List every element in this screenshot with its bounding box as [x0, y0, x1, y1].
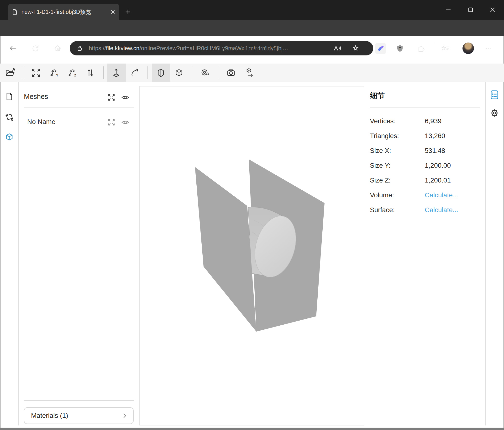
row-label: Volume: — [370, 191, 425, 199]
maximize-icon[interactable] — [463, 2, 478, 18]
meshes-panel-title: Meshes — [24, 93, 48, 101]
right-rail-divider — [485, 82, 486, 425]
orbit-icon[interactable] — [130, 67, 141, 79]
fit-view-icon[interactable] — [30, 67, 42, 79]
svg-text:Y: Y — [56, 73, 58, 77]
details-panel-title: 细节 — [370, 91, 385, 101]
toolbar-separator — [103, 66, 104, 79]
mesh-visibility-eye-icon[interactable] — [120, 118, 130, 127]
visibility-eye-icon[interactable] — [120, 93, 130, 102]
details-row-volume: Volume: Calculate... — [370, 188, 482, 203]
settings-gear-icon[interactable] — [489, 108, 500, 118]
chevron-right-icon — [121, 412, 128, 419]
document-icon — [11, 9, 18, 15]
tab-close-icon[interactable] — [110, 9, 116, 15]
details-row-surface: Surface: Calculate... — [370, 203, 482, 217]
details-row-size-z: Size Z: 1,200.01 — [370, 173, 482, 188]
details-row-size-x: Size X: 531.48 — [370, 143, 482, 158]
row-label: Vertices: — [370, 117, 425, 125]
details-list-icon[interactable] — [489, 90, 500, 100]
tab-title: new-F1-D1-1-first.obj3D预览 — [21, 8, 107, 16]
row-label: Size Y: — [370, 162, 425, 169]
details-row-triangles: Triangles: 13,260 — [370, 129, 482, 143]
mesh-list-item[interactable]: No Name — [27, 118, 55, 126]
new-tab-plus-icon[interactable] — [123, 7, 133, 17]
expand-mesh-icon[interactable] — [107, 118, 116, 127]
export-icon[interactable] — [243, 67, 255, 79]
row-label: Triangles: — [370, 132, 425, 140]
row-label: Surface: — [370, 206, 425, 214]
window-left-border — [0, 36, 0, 428]
details-row-vertices: Vertices: 6,939 — [370, 114, 482, 129]
details-rows: Vertices: 6,939 Triangles: 13,260 Size X… — [370, 114, 482, 217]
shaded-view-icon[interactable] — [155, 67, 167, 79]
window-close-icon[interactable] — [485, 2, 500, 18]
cube-icon[interactable] — [4, 131, 15, 143]
materials-label: Materials (1) — [31, 412, 68, 420]
meshes-divider — [24, 108, 134, 108]
open-file-icon[interactable] — [5, 67, 16, 79]
plane-left — [195, 167, 256, 332]
expand-all-icon[interactable] — [107, 93, 116, 102]
page-title: new-F1-D1-1-first.obj — [0, 45, 504, 53]
toolbar-separator — [218, 66, 218, 79]
materials-button[interactable]: Materials (1) — [24, 407, 134, 424]
wireframe-box-icon[interactable] — [173, 67, 185, 79]
browser-titlebar: new-F1-D1-1-first.obj3D预览 — [0, 0, 504, 20]
materials-divider — [24, 400, 134, 401]
row-value: 1,200.00 — [425, 162, 451, 169]
calculate-surface-link[interactable]: Calculate... — [425, 206, 458, 214]
rotate-y-icon[interactable]: Y — [48, 67, 60, 79]
minimize-icon[interactable] — [441, 2, 456, 18]
toolbar-separator — [192, 66, 192, 79]
measure-icon[interactable] — [199, 67, 211, 79]
row-value: 531.48 — [425, 147, 445, 155]
model-render — [140, 86, 364, 425]
window-bottom-edge — [0, 428, 504, 430]
toolbar-separator — [147, 66, 148, 79]
details-row-size-y: Size Y: 1,200.00 — [370, 158, 482, 173]
row-label: Size X: — [370, 147, 425, 155]
page-info-icon[interactable] — [4, 91, 15, 102]
browser-tab[interactable]: new-F1-D1-1-first.obj3D预览 — [8, 4, 119, 20]
material-icon[interactable] — [4, 112, 15, 123]
viewport-3d[interactable] — [139, 86, 364, 425]
calculate-volume-link[interactable]: Calculate... — [425, 191, 458, 199]
row-label: Size Z: — [370, 177, 425, 184]
screenshot-icon[interactable] — [225, 67, 237, 79]
row-value: 13,260 — [425, 132, 445, 140]
move-axis-icon[interactable] — [110, 67, 122, 79]
browser-navbar: https://file.kkview.cn/onlinePreview?url… — [0, 20, 504, 36]
row-value: 1,200.01 — [425, 177, 451, 184]
svg-text:Z: Z — [74, 73, 76, 77]
details-divider — [370, 107, 480, 108]
rotate-z-icon[interactable]: Z — [67, 67, 78, 79]
left-rail-divider — [18, 82, 19, 425]
toolbar-separator — [23, 66, 23, 79]
row-value: 6,939 — [425, 117, 441, 125]
flip-vertical-icon[interactable] — [84, 67, 96, 79]
